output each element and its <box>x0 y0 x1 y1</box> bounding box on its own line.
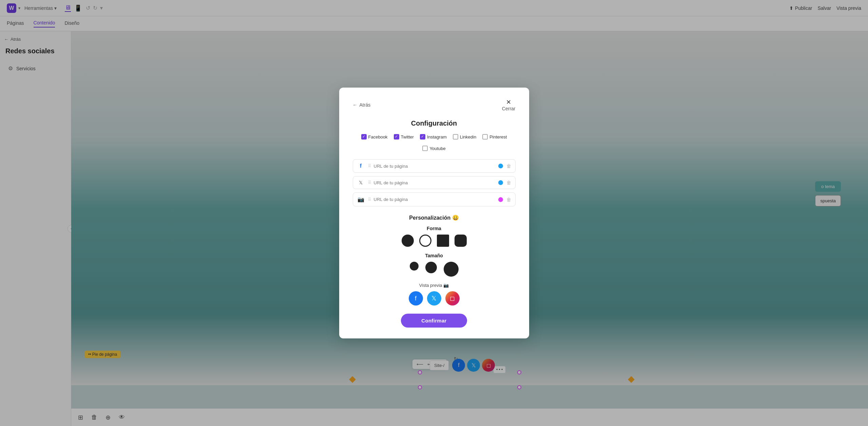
close-x-icon: ✕ <box>506 98 511 106</box>
twitter-color-dot[interactable] <box>498 180 503 185</box>
facebook-color-dot[interactable] <box>498 164 503 168</box>
modal-back-label: Atrás <box>360 102 371 108</box>
youtube-checkbox[interactable] <box>422 146 428 151</box>
shape-rounded-btn[interactable] <box>455 235 467 247</box>
modal-back-arrow-icon: ← <box>353 102 358 108</box>
modal-overlay: ← Atrás ✕ Cerrar Configuración Facebook … <box>0 0 868 426</box>
twitter-url-icon: 𝕏 <box>357 180 365 185</box>
social-checkboxes-row: Facebook Twitter Instagram Linkedin Pint… <box>353 134 516 151</box>
shape-filled-circle-btn[interactable] <box>402 235 414 247</box>
checkbox-pinterest[interactable]: Pinterest <box>482 134 507 140</box>
drag-handle-icon: ⠿ <box>368 164 370 168</box>
preview-twitter-icon: 𝕏 <box>427 291 441 305</box>
modal-back-btn[interactable]: ← Atrás <box>353 102 371 108</box>
modal-close-label: Cerrar <box>502 106 516 111</box>
instagram-checkbox[interactable] <box>420 134 425 140</box>
pinterest-checkbox[interactable] <box>482 134 488 140</box>
modal-dialog: ← Atrás ✕ Cerrar Configuración Facebook … <box>339 88 529 338</box>
twitter-url-input[interactable] <box>374 180 495 185</box>
shapes-row <box>353 235 516 247</box>
personalization-title: Personalización 😀 <box>353 215 516 221</box>
checkbox-linkedin[interactable]: Linkedin <box>453 134 476 140</box>
checkbox-facebook[interactable]: Facebook <box>361 134 388 140</box>
preview-icons-row: f 𝕏 ◻ <box>353 291 516 305</box>
tamano-title: Tamaño <box>353 253 516 258</box>
size-medium-btn[interactable] <box>425 262 437 273</box>
preview-facebook-icon: f <box>409 291 423 305</box>
drag-handle-icon: ⠿ <box>368 180 370 185</box>
modal-close-btn[interactable]: ✕ Cerrar <box>502 98 516 111</box>
size-large-btn[interactable] <box>444 262 459 277</box>
url-row-facebook: f ⠿ 🗑 <box>353 159 516 173</box>
instagram-url-input[interactable] <box>374 197 495 202</box>
sizes-row <box>353 262 516 277</box>
instagram-color-dot[interactable] <box>498 197 503 202</box>
url-row-twitter: 𝕏 ⠿ 🗑 <box>353 176 516 189</box>
confirm-button[interactable]: Confirmar <box>401 314 467 328</box>
facebook-url-input[interactable] <box>374 164 495 169</box>
modal-header: ← Atrás ✕ Cerrar <box>353 98 516 111</box>
checkbox-youtube[interactable]: Youtube <box>422 146 445 151</box>
instagram-delete-icon[interactable]: 🗑 <box>506 197 511 202</box>
linkedin-checkbox[interactable] <box>453 134 458 140</box>
preview-instagram-icon: ◻ <box>445 291 460 305</box>
url-row-instagram: 📷 ⠿ 🗑 <box>353 192 516 206</box>
checkbox-instagram[interactable]: Instagram <box>420 134 447 140</box>
vista-previa-label: Vista previa 📷 <box>353 283 516 288</box>
checkbox-twitter[interactable]: Twitter <box>394 134 414 140</box>
personalization-section: Personalización 😀 Forma Tamaño Vista pre… <box>353 215 516 328</box>
modal-title: Configuración <box>353 119 516 127</box>
size-small-btn[interactable] <box>410 262 419 271</box>
forma-title: Forma <box>353 226 516 231</box>
shape-square-btn[interactable] <box>437 235 449 247</box>
shape-outline-circle-btn[interactable] <box>419 235 431 247</box>
drag-handle-icon: ⠿ <box>368 197 370 202</box>
instagram-url-icon: 📷 <box>357 196 365 203</box>
facebook-checkbox[interactable] <box>361 134 367 140</box>
facebook-delete-icon[interactable]: 🗑 <box>506 163 511 169</box>
facebook-url-icon: f <box>357 163 365 169</box>
twitter-checkbox[interactable] <box>394 134 399 140</box>
twitter-delete-icon[interactable]: 🗑 <box>506 180 511 185</box>
